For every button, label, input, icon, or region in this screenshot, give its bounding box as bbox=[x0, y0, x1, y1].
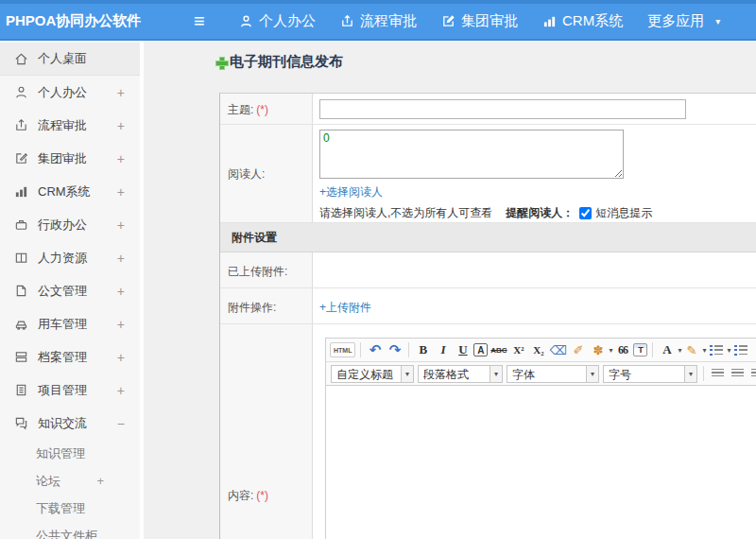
chevron-down-icon[interactable]: ▾ bbox=[609, 346, 612, 355]
readers-note-row: 请选择阅读人,不选为所有人可查看 提醒阅读人： 短消息提示 bbox=[319, 205, 756, 221]
ordered-list-icon[interactable] bbox=[708, 340, 726, 359]
content-label-cell: 内容:(*) bbox=[220, 324, 313, 539]
sidebar-item-admin-office[interactable]: 行政办公 + bbox=[0, 208, 140, 241]
expand-toggle[interactable]: + bbox=[117, 151, 125, 166]
underline-button[interactable]: U bbox=[454, 340, 472, 359]
highlight-color-icon[interactable]: ✎ bbox=[682, 340, 700, 359]
font-color-button[interactable]: A bbox=[658, 340, 676, 359]
subject-label-cell: 主题:(*) bbox=[220, 94, 313, 124]
nav-more-apps[interactable]: 更多应用 bbox=[647, 12, 704, 30]
sidebar-item-label: CRM系统 bbox=[38, 183, 117, 200]
sidebar-item-label: 用车管理 bbox=[38, 316, 117, 333]
font-family-select[interactable]: 字体 ▾ bbox=[507, 365, 599, 383]
choose-readers-link[interactable]: +选择阅读人 bbox=[319, 184, 756, 200]
content-row: 内容:(*) HTML ↶ ↷ B I bbox=[220, 324, 756, 539]
attachment-op-value-cell: +上传附件 bbox=[313, 288, 756, 323]
sidebar-item-vehicle-mgmt[interactable]: 用车管理 + bbox=[0, 307, 140, 340]
sidebar-item-archive-mgmt[interactable]: 档案管理 + bbox=[0, 340, 140, 374]
chevron-down-icon: ▾ bbox=[586, 366, 598, 382]
chart-icon bbox=[13, 184, 28, 200]
nav-workflow-approval[interactable]: 流程审批 bbox=[340, 12, 417, 30]
unordered-list-icon[interactable] bbox=[732, 340, 750, 359]
html-source-button[interactable]: HTML bbox=[330, 342, 355, 357]
nav-crm-system[interactable]: CRM系统 bbox=[542, 12, 623, 30]
main-content: 电子期刊信息发布 主题:(*) 阅读人: bbox=[144, 41, 756, 539]
align-center-icon[interactable] bbox=[729, 364, 747, 383]
sidebar-item-knowledge-exchange[interactable]: 知识交流 − bbox=[0, 407, 140, 440]
remove-format-icon[interactable]: ⌫ bbox=[549, 340, 567, 359]
readers-note-text: 请选择阅读人,不选为所有人可查看 bbox=[319, 205, 492, 221]
sidebar-subitem-forum[interactable]: 论坛 + bbox=[0, 467, 140, 495]
flow-icon bbox=[340, 14, 354, 28]
sidebar-subitem-download-mgmt[interactable]: 下载管理 bbox=[0, 495, 140, 522]
expand-toggle[interactable]: + bbox=[117, 251, 125, 266]
strikethrough-button[interactable]: ABC bbox=[490, 340, 507, 359]
subscript-button[interactable]: X₂ bbox=[529, 340, 547, 359]
collapse-toggle[interactable]: − bbox=[117, 416, 125, 431]
sidebar-subitem-public-cabinet[interactable]: 公共文件柜 bbox=[0, 522, 140, 539]
sidebar-item-document-mgmt[interactable]: 公文管理 + bbox=[0, 274, 140, 307]
expand-toggle[interactable]: + bbox=[117, 284, 125, 299]
subject-input[interactable] bbox=[319, 99, 686, 119]
nav-label: 个人办公 bbox=[259, 12, 316, 30]
sms-remind-checkbox[interactable] bbox=[579, 207, 592, 219]
ordered-list-glyph bbox=[710, 345, 723, 356]
upload-attachment-link[interactable]: +上传附件 bbox=[319, 301, 371, 314]
font-size-select[interactable]: 字号 ▾ bbox=[603, 365, 697, 383]
expand-toggle[interactable]: + bbox=[117, 85, 125, 100]
blockquote-button[interactable]: 66 bbox=[613, 340, 631, 359]
attachment-op-label-cell: 附件操作: bbox=[220, 288, 313, 323]
readers-label-cell: 阅读人: bbox=[220, 125, 313, 222]
undo-icon[interactable]: ↶ bbox=[366, 340, 384, 359]
sidebar-item-desktop[interactable]: 个人桌面 bbox=[0, 43, 140, 76]
format-brush-icon[interactable]: ✐ bbox=[569, 340, 587, 359]
readers-textarea[interactable]: 0 bbox=[319, 130, 624, 179]
select-value: 字体 bbox=[507, 366, 586, 382]
chevron-down-icon[interactable]: ▾ bbox=[728, 346, 731, 355]
paste-as-text-icon[interactable]: T bbox=[633, 343, 647, 356]
align-glyph bbox=[731, 369, 744, 378]
attachment-operation-row: 附件操作: +上传附件 bbox=[220, 288, 756, 324]
redo-icon[interactable]: ↷ bbox=[386, 340, 404, 359]
page-title-row: 电子期刊信息发布 bbox=[215, 53, 756, 71]
nav-label: 更多应用 bbox=[647, 12, 704, 30]
bold-button[interactable]: B bbox=[414, 340, 432, 359]
expand-toggle[interactable]: + bbox=[117, 184, 125, 200]
expand-toggle[interactable]: + bbox=[117, 118, 125, 133]
superscript-button[interactable]: X² bbox=[509, 340, 527, 359]
sidebar-item-personal-office[interactable]: 个人办公 + bbox=[0, 76, 140, 109]
sidebar-item-workflow-approval[interactable]: 流程审批 + bbox=[0, 109, 140, 142]
italic-button[interactable]: I bbox=[434, 340, 452, 359]
chevron-down-icon[interactable]: ▾ bbox=[702, 346, 706, 355]
nav-label: CRM系统 bbox=[562, 12, 623, 30]
sidebar-item-crm[interactable]: CRM系统 + bbox=[0, 175, 140, 208]
editor-content-area[interactable] bbox=[326, 386, 756, 539]
sidebar-subitem-label: 论坛 bbox=[36, 473, 96, 490]
readers-value-cell: 0 +选择阅读人 请选择阅读人,不选为所有人可查看 提醒阅读人： 短消息提示 bbox=[313, 125, 756, 222]
attachment-operation-label: 附件操作: bbox=[228, 301, 276, 314]
auto-typeset-icon[interactable]: ✽ bbox=[589, 340, 607, 359]
sidebar-item-label: 个人办公 bbox=[38, 84, 117, 101]
publish-form: 主题:(*) 阅读人: 0 +选择阅读人 请选择阅读人,不选 bbox=[219, 93, 756, 539]
font-border-button[interactable]: A bbox=[473, 343, 488, 356]
chevron-down-icon[interactable]: ▾ bbox=[715, 16, 720, 26]
nav-group-approval[interactable]: 集团审批 bbox=[441, 12, 518, 30]
expand-toggle[interactable]: + bbox=[117, 217, 125, 233]
sidebar-subitem-knowledge-mgmt[interactable]: 知识管理 bbox=[0, 440, 140, 467]
custom-heading-select[interactable]: 自定义标题 ▾ bbox=[331, 365, 414, 383]
sidebar-item-project-mgmt[interactable]: 项目管理 + bbox=[0, 374, 140, 407]
nav-personal-office[interactable]: 个人办公 bbox=[239, 12, 316, 30]
expand-toggle[interactable]: + bbox=[96, 474, 104, 488]
sidebar-item-group-approval[interactable]: 集团审批 + bbox=[0, 142, 140, 175]
document-icon bbox=[13, 284, 28, 299]
expand-toggle[interactable]: + bbox=[117, 350, 125, 365]
paragraph-format-select[interactable]: 段落格式 ▾ bbox=[418, 365, 503, 383]
align-right-icon[interactable] bbox=[748, 364, 756, 383]
hamburger-menu-icon[interactable]: ≡ bbox=[194, 10, 232, 32]
expand-toggle[interactable]: + bbox=[117, 383, 125, 398]
expand-toggle[interactable]: + bbox=[117, 317, 125, 332]
align-left-icon[interactable] bbox=[709, 364, 727, 383]
remind-readers-label: 提醒阅读人： bbox=[506, 205, 574, 221]
chevron-down-icon[interactable]: ▾ bbox=[678, 346, 681, 355]
sidebar-item-hr[interactable]: 人力资源 + bbox=[0, 241, 140, 274]
